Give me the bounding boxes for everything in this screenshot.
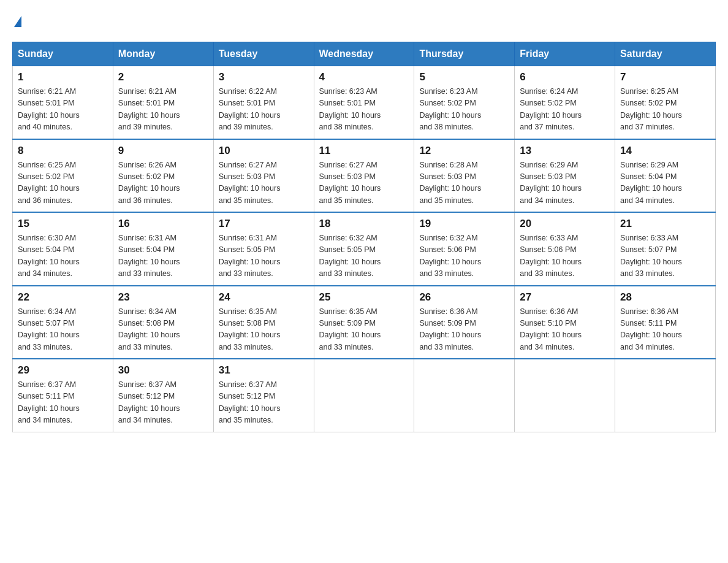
calendar-cell (515, 359, 615, 432)
day-info: Sunrise: 6:32 AM Sunset: 5:05 PM Dayligh… (319, 232, 409, 280)
calendar-cell: 8 Sunrise: 6:25 AM Sunset: 5:02 PM Dayli… (13, 139, 113, 213)
calendar-cell: 3 Sunrise: 6:22 AM Sunset: 5:01 PM Dayli… (213, 66, 314, 139)
day-info: Sunrise: 6:29 AM Sunset: 5:03 PM Dayligh… (520, 159, 610, 207)
day-number: 18 (319, 218, 409, 230)
day-number: 26 (419, 291, 509, 304)
day-info: Sunrise: 6:30 AM Sunset: 5:04 PM Dayligh… (18, 232, 108, 280)
calendar-cell: 27 Sunrise: 6:36 AM Sunset: 5:10 PM Dayl… (515, 286, 615, 359)
calendar-cell: 24 Sunrise: 6:35 AM Sunset: 5:08 PM Dayl… (213, 286, 314, 359)
calendar-cell: 28 Sunrise: 6:36 AM Sunset: 5:11 PM Dayl… (615, 286, 716, 359)
day-info: Sunrise: 6:25 AM Sunset: 5:02 PM Dayligh… (620, 86, 710, 134)
day-number: 31 (219, 364, 309, 377)
day-number: 4 (319, 71, 409, 83)
header-friday: Friday (515, 42, 615, 66)
calendar-cell: 16 Sunrise: 6:31 AM Sunset: 5:04 PM Dayl… (113, 212, 213, 286)
day-info: Sunrise: 6:33 AM Sunset: 5:06 PM Dayligh… (520, 232, 610, 280)
calendar-cell (314, 359, 414, 432)
day-number: 19 (419, 218, 509, 230)
day-info: Sunrise: 6:36 AM Sunset: 5:09 PM Dayligh… (419, 306, 509, 354)
calendar-cell: 31 Sunrise: 6:37 AM Sunset: 5:12 PM Dayl… (213, 359, 314, 432)
day-number: 9 (118, 145, 208, 157)
day-info: Sunrise: 6:35 AM Sunset: 5:09 PM Dayligh… (319, 306, 409, 354)
calendar-cell: 13 Sunrise: 6:29 AM Sunset: 5:03 PM Dayl… (515, 139, 615, 213)
day-info: Sunrise: 6:33 AM Sunset: 5:07 PM Dayligh… (620, 232, 710, 280)
calendar-cell: 30 Sunrise: 6:37 AM Sunset: 5:12 PM Dayl… (113, 359, 213, 432)
day-info: Sunrise: 6:31 AM Sunset: 5:05 PM Dayligh… (219, 232, 309, 280)
logo (12, 12, 21, 29)
calendar-cell: 1 Sunrise: 6:21 AM Sunset: 5:01 PM Dayli… (13, 66, 113, 139)
calendar-header-row: SundayMondayTuesdayWednesdayThursdayFrid… (13, 42, 716, 66)
calendar-cell: 19 Sunrise: 6:32 AM Sunset: 5:06 PM Dayl… (414, 212, 515, 286)
day-number: 7 (620, 71, 710, 83)
day-number: 3 (219, 71, 309, 83)
day-info: Sunrise: 6:23 AM Sunset: 5:02 PM Dayligh… (419, 86, 509, 134)
calendar-cell: 25 Sunrise: 6:35 AM Sunset: 5:09 PM Dayl… (314, 286, 414, 359)
day-info: Sunrise: 6:22 AM Sunset: 5:01 PM Dayligh… (219, 86, 309, 134)
calendar-week-3: 15 Sunrise: 6:30 AM Sunset: 5:04 PM Dayl… (13, 212, 716, 286)
day-info: Sunrise: 6:25 AM Sunset: 5:02 PM Dayligh… (18, 159, 108, 207)
day-info: Sunrise: 6:36 AM Sunset: 5:10 PM Dayligh… (520, 306, 610, 354)
calendar-cell: 22 Sunrise: 6:34 AM Sunset: 5:07 PM Dayl… (13, 286, 113, 359)
day-info: Sunrise: 6:24 AM Sunset: 5:02 PM Dayligh… (520, 86, 610, 134)
day-info: Sunrise: 6:21 AM Sunset: 5:01 PM Dayligh… (118, 86, 208, 134)
logo-triangle-icon (14, 16, 21, 27)
day-number: 5 (419, 71, 509, 83)
calendar-cell (414, 359, 515, 432)
calendar-cell (615, 359, 716, 432)
page-header (12, 12, 716, 29)
day-number: 1 (18, 71, 108, 83)
calendar-cell: 2 Sunrise: 6:21 AM Sunset: 5:01 PM Dayli… (113, 66, 213, 139)
day-info: Sunrise: 6:36 AM Sunset: 5:11 PM Dayligh… (620, 306, 710, 354)
day-number: 13 (520, 145, 610, 157)
day-number: 10 (219, 145, 309, 157)
day-number: 28 (620, 291, 710, 304)
header-thursday: Thursday (414, 42, 515, 66)
day-info: Sunrise: 6:37 AM Sunset: 5:12 PM Dayligh… (219, 379, 309, 427)
calendar-cell: 18 Sunrise: 6:32 AM Sunset: 5:05 PM Dayl… (314, 212, 414, 286)
day-number: 16 (118, 218, 208, 230)
day-info: Sunrise: 6:37 AM Sunset: 5:12 PM Dayligh… (118, 379, 208, 427)
calendar-cell: 20 Sunrise: 6:33 AM Sunset: 5:06 PM Dayl… (515, 212, 615, 286)
day-info: Sunrise: 6:31 AM Sunset: 5:04 PM Dayligh… (118, 232, 208, 280)
calendar-cell: 7 Sunrise: 6:25 AM Sunset: 5:02 PM Dayli… (615, 66, 716, 139)
day-number: 15 (18, 218, 108, 230)
day-info: Sunrise: 6:34 AM Sunset: 5:08 PM Dayligh… (118, 306, 208, 354)
calendar-cell: 6 Sunrise: 6:24 AM Sunset: 5:02 PM Dayli… (515, 66, 615, 139)
day-info: Sunrise: 6:32 AM Sunset: 5:06 PM Dayligh… (419, 232, 509, 280)
calendar-cell: 9 Sunrise: 6:26 AM Sunset: 5:02 PM Dayli… (113, 139, 213, 213)
calendar-cell: 26 Sunrise: 6:36 AM Sunset: 5:09 PM Dayl… (414, 286, 515, 359)
day-number: 8 (18, 145, 108, 157)
header-saturday: Saturday (615, 42, 716, 66)
calendar-cell: 11 Sunrise: 6:27 AM Sunset: 5:03 PM Dayl… (314, 139, 414, 213)
calendar-cell: 14 Sunrise: 6:29 AM Sunset: 5:04 PM Dayl… (615, 139, 716, 213)
calendar-week-5: 29 Sunrise: 6:37 AM Sunset: 5:11 PM Dayl… (13, 359, 716, 432)
day-number: 12 (419, 145, 509, 157)
day-number: 25 (319, 291, 409, 304)
header-monday: Monday (113, 42, 213, 66)
calendar-week-4: 22 Sunrise: 6:34 AM Sunset: 5:07 PM Dayl… (13, 286, 716, 359)
calendar-cell: 5 Sunrise: 6:23 AM Sunset: 5:02 PM Dayli… (414, 66, 515, 139)
day-number: 17 (219, 218, 309, 230)
day-info: Sunrise: 6:29 AM Sunset: 5:04 PM Dayligh… (620, 159, 710, 207)
calendar-table: SundayMondayTuesdayWednesdayThursdayFrid… (12, 42, 716, 432)
header-sunday: Sunday (13, 42, 113, 66)
day-number: 14 (620, 145, 710, 157)
calendar-cell: 29 Sunrise: 6:37 AM Sunset: 5:11 PM Dayl… (13, 359, 113, 432)
day-number: 29 (18, 364, 108, 377)
day-info: Sunrise: 6:28 AM Sunset: 5:03 PM Dayligh… (419, 159, 509, 207)
calendar-cell: 23 Sunrise: 6:34 AM Sunset: 5:08 PM Dayl… (113, 286, 213, 359)
calendar-cell: 12 Sunrise: 6:28 AM Sunset: 5:03 PM Dayl… (414, 139, 515, 213)
day-number: 24 (219, 291, 309, 304)
day-info: Sunrise: 6:21 AM Sunset: 5:01 PM Dayligh… (18, 86, 108, 134)
calendar-cell: 17 Sunrise: 6:31 AM Sunset: 5:05 PM Dayl… (213, 212, 314, 286)
day-number: 27 (520, 291, 610, 304)
day-number: 11 (319, 145, 409, 157)
day-number: 23 (118, 291, 208, 304)
calendar-cell: 15 Sunrise: 6:30 AM Sunset: 5:04 PM Dayl… (13, 212, 113, 286)
day-number: 21 (620, 218, 710, 230)
calendar-week-1: 1 Sunrise: 6:21 AM Sunset: 5:01 PM Dayli… (13, 66, 716, 139)
calendar-cell: 4 Sunrise: 6:23 AM Sunset: 5:01 PM Dayli… (314, 66, 414, 139)
day-info: Sunrise: 6:27 AM Sunset: 5:03 PM Dayligh… (319, 159, 409, 207)
day-info: Sunrise: 6:26 AM Sunset: 5:02 PM Dayligh… (118, 159, 208, 207)
header-tuesday: Tuesday (213, 42, 314, 66)
